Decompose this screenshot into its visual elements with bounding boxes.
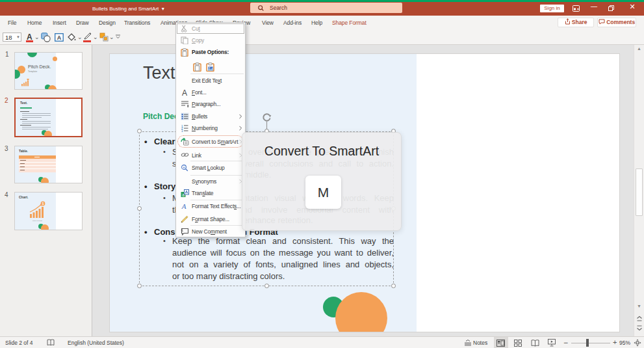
svg-text:3: 3 — [181, 129, 183, 132]
svg-text:$: $ — [42, 202, 44, 206]
svg-text:A: A — [181, 202, 187, 210]
svg-text:A: A — [182, 88, 187, 96]
svg-text:A: A — [57, 34, 62, 41]
svg-text:e: e — [183, 165, 185, 169]
